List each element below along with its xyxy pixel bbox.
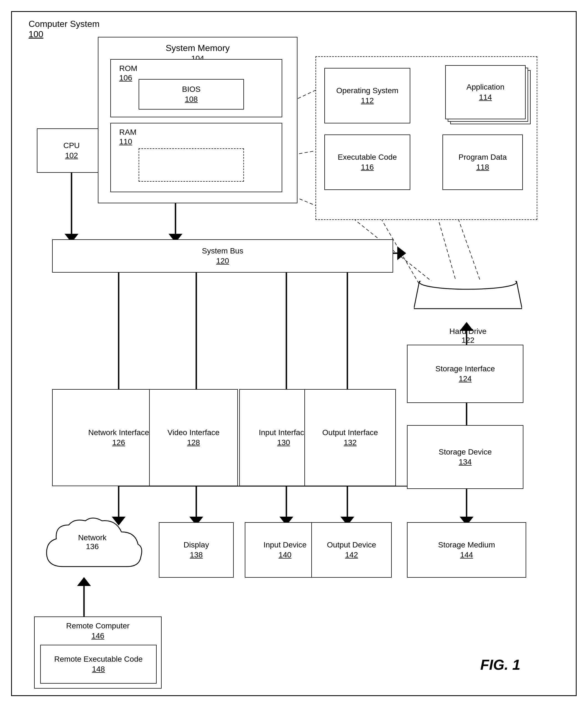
svg-marker-8 [397, 246, 406, 260]
fig-text: FIG. 1 [481, 657, 520, 673]
cs-text: Computer System [29, 19, 99, 29]
bios-num: 108 [185, 94, 198, 104]
hard-drive-container: Hard Drive 122 [414, 281, 522, 331]
app-label: Application [467, 82, 504, 92]
executable-code-box: Executable Code 116 [324, 135, 410, 190]
computer-system-label: Computer System 100 [29, 19, 99, 39]
remote-computer-box: Remote Computer 146 Remote Executable Co… [34, 617, 162, 688]
os-num: 112 [361, 96, 374, 106]
od-num: 142 [345, 550, 358, 560]
ram-num: 110 [119, 137, 132, 147]
network-label-area: Network 136 [41, 533, 144, 551]
hard-drive-label: Hard Drive [450, 327, 487, 335]
output-device-box: Output Device 142 [311, 522, 392, 578]
ni-num: 126 [112, 438, 125, 448]
oi-label: Output Interface [322, 427, 378, 438]
ram-box: RAM 110 [110, 123, 282, 192]
bus-label: System Bus [202, 246, 243, 256]
storage-device-box: Storage Device 134 [407, 425, 523, 489]
id-label: Input Device [264, 540, 307, 550]
rom-box: ROM 106 BIOS 108 [110, 59, 282, 117]
fig-label: FIG. 1 [481, 656, 520, 673]
sm-label: Storage Medium [438, 540, 495, 550]
si-num: 124 [459, 374, 472, 384]
cpu-label: CPU [63, 141, 80, 151]
video-interface-box: Video Interface 128 [149, 389, 238, 486]
remote-exec-box: Remote Executable Code 148 [40, 645, 157, 684]
bios-label: BIOS [182, 84, 201, 94]
cpu-box: CPU 102 [37, 128, 106, 173]
operating-system-box: Operating System 112 [324, 68, 410, 123]
prog-label: Program Data [459, 152, 507, 162]
sd-label: Storage Device [439, 447, 492, 457]
svg-line-50 [436, 212, 458, 289]
storage-interface-box: Storage Interface 124 [407, 345, 523, 403]
prog-num: 118 [476, 162, 489, 172]
os-label: Operating System [336, 86, 398, 96]
software-group-box: Operating System 112 Application 114 Exe… [315, 56, 537, 220]
rc-num: 146 [91, 631, 104, 641]
display-box: Display 138 [159, 522, 234, 578]
ram-label: RAM [119, 127, 136, 137]
oi-num: 132 [344, 438, 357, 448]
network-label: Network [78, 533, 107, 542]
network-num: 136 [86, 542, 99, 551]
hard-drive-label-area: Hard Drive 122 [414, 327, 522, 345]
rom-label: ROM [119, 63, 137, 73]
vi-num: 128 [187, 438, 200, 448]
hard-drive-svg [414, 281, 522, 317]
od-label: Output Device [327, 540, 376, 550]
si-label: Storage Interface [436, 364, 495, 374]
ni-label: Network Interface [88, 427, 149, 438]
rom-num: 106 [119, 73, 132, 83]
app-num: 114 [479, 92, 492, 102]
system-bus-box: System Bus 120 [52, 239, 393, 273]
hard-drive-num: 122 [462, 336, 475, 345]
storage-medium-box: Storage Medium 144 [407, 522, 526, 578]
rc-label: Remote Computer [66, 621, 130, 631]
sm-num: 144 [460, 550, 473, 560]
program-data-box: Program Data 118 [442, 135, 523, 190]
display-label: Display [184, 540, 209, 550]
network-cloud: Network 136 [41, 517, 144, 586]
vi-label: Video Interface [167, 427, 220, 438]
display-num: 138 [190, 550, 203, 560]
rec-label: Remote Executable Code [54, 654, 143, 664]
cpu-num: 102 [65, 151, 78, 160]
exec-label: Executable Code [338, 152, 397, 162]
sd-num: 134 [459, 457, 472, 467]
ii-num: 130 [277, 438, 290, 448]
output-interface-box: Output Interface 132 [304, 389, 396, 486]
bus-num: 120 [216, 256, 229, 266]
ii-label: Input Interface [259, 427, 308, 438]
system-memory-label: System Memory [165, 42, 229, 54]
bios-box: BIOS 108 [138, 79, 244, 110]
exec-num: 116 [361, 162, 374, 172]
application-front: Application 114 [445, 65, 526, 119]
diagram-container: Computer System 100 [11, 11, 577, 696]
id-num: 140 [279, 550, 292, 560]
cs-num: 100 [29, 29, 43, 39]
rec-num: 148 [92, 664, 105, 674]
ram-inner [138, 148, 244, 182]
application-stacked: Application 114 [445, 65, 528, 123]
